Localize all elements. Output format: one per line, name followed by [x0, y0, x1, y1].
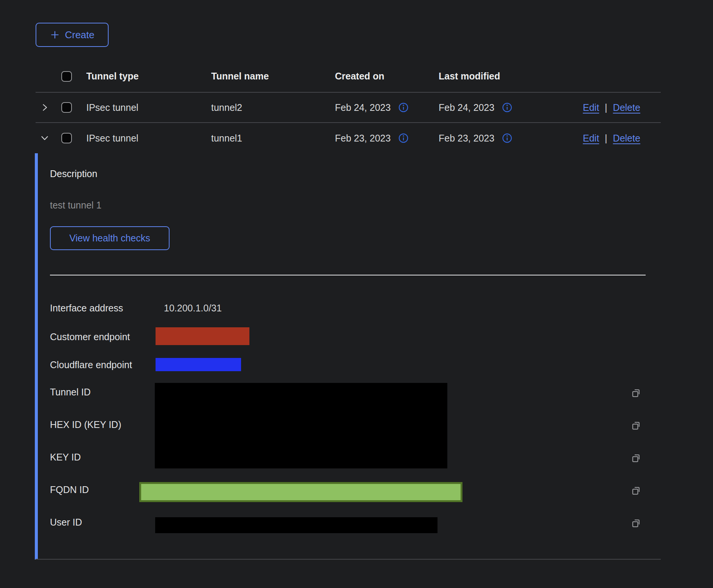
copy-fqdn-id-button[interactable]: [630, 484, 643, 497]
tunnels-page: Create Tunnel type Tunnel name Created o…: [0, 0, 713, 588]
created-on-cell: Feb 23, 2023: [335, 133, 391, 144]
delete-link[interactable]: Delete: [613, 133, 640, 144]
tunnel-name-cell: tunnel2: [211, 102, 335, 113]
modified-info-button[interactable]: [502, 102, 512, 113]
view-health-checks-button[interactable]: View health checks: [50, 226, 170, 250]
customer-endpoint-redacted-value: [156, 327, 249, 345]
chevron-right-icon: [40, 103, 49, 112]
customer-endpoint-label: Customer endpoint: [50, 331, 130, 342]
copy-icon: [630, 485, 642, 497]
actions-separator: |: [605, 133, 607, 144]
copy-hex-id-button[interactable]: [630, 419, 643, 432]
key-id-label: KEY ID: [50, 452, 81, 463]
copy-icon: [630, 452, 642, 464]
tunnel-hex-key-id-redacted-block: [155, 383, 447, 468]
info-icon: [502, 102, 512, 113]
edit-link[interactable]: Edit: [583, 102, 599, 113]
fqdn-id-redacted-fill: [141, 484, 461, 500]
collapse-row-button[interactable]: [39, 132, 51, 144]
interface-address-value: 10.200.1.0/31: [164, 303, 222, 314]
copy-icon: [630, 420, 642, 432]
info-icon: [398, 133, 409, 143]
info-icon: [398, 102, 409, 113]
row-checkbox[interactable]: [61, 133, 72, 143]
col-header-tunnel-name: Tunnel name: [211, 71, 335, 82]
col-header-created-on: Created on: [335, 71, 439, 82]
copy-tunnel-id-button[interactable]: [630, 387, 643, 400]
hex-id-label: HEX ID (KEY ID): [50, 419, 121, 430]
row-checkbox[interactable]: [61, 102, 72, 113]
cloudflare-endpoint-redacted-value: [156, 358, 241, 371]
fqdn-id-redacted-value: [139, 482, 462, 502]
description-text: test tunnel 1: [50, 200, 101, 211]
last-modified-cell: Feb 24, 2023: [439, 102, 494, 113]
copy-icon: [630, 387, 642, 399]
plus-icon: [50, 30, 60, 40]
tunnel-type-cell: IPsec tunnel: [86, 102, 211, 113]
select-all-checkbox[interactable]: [61, 71, 72, 82]
tunnel-type-cell: IPsec tunnel: [86, 133, 211, 144]
interface-address-label: Interface address: [50, 303, 123, 314]
created-on-cell: Feb 24, 2023: [335, 102, 391, 113]
user-id-redacted-value: [155, 517, 437, 533]
expanded-row-accent-bar: [35, 153, 38, 560]
modified-info-button[interactable]: [502, 133, 512, 143]
edit-link[interactable]: Edit: [583, 133, 599, 144]
tunnel-name-cell: tunnel1: [211, 133, 335, 144]
description-heading: Description: [50, 168, 97, 179]
expand-row-button[interactable]: [39, 101, 51, 114]
view-health-checks-label: View health checks: [69, 233, 150, 244]
cloudflare-endpoint-label: Cloudflare endpoint: [50, 359, 132, 370]
col-header-last-modified: Last modified: [439, 71, 575, 82]
info-icon: [502, 133, 512, 143]
user-id-label: User ID: [50, 517, 82, 528]
table-row: IPsec tunnel tunnel2 Feb 24, 2023 Feb 24…: [36, 93, 661, 123]
actions-separator: |: [605, 102, 607, 113]
table-row: IPsec tunnel tunnel1 Feb 23, 2023 Feb 23…: [36, 123, 661, 153]
copy-key-id-button[interactable]: [630, 452, 643, 465]
last-modified-cell: Feb 23, 2023: [439, 133, 494, 144]
delete-link[interactable]: Delete: [613, 102, 640, 113]
copy-icon: [630, 517, 642, 529]
create-button-label: Create: [65, 29, 94, 41]
create-button[interactable]: Create: [36, 23, 109, 47]
panel-bottom-border: [36, 559, 661, 560]
copy-user-id-button[interactable]: [630, 517, 643, 530]
panel-divider: [50, 275, 646, 275]
table-header-row: Tunnel type Tunnel name Created on Last …: [36, 61, 661, 93]
created-info-button[interactable]: [398, 102, 409, 113]
tunnels-table: Tunnel type Tunnel name Created on Last …: [36, 61, 661, 153]
chevron-down-icon: [40, 134, 49, 143]
fqdn-id-label: FQDN ID: [50, 484, 89, 495]
tunnel-id-label: Tunnel ID: [50, 387, 90, 398]
col-header-tunnel-type: Tunnel type: [86, 71, 211, 82]
created-info-button[interactable]: [398, 133, 409, 143]
